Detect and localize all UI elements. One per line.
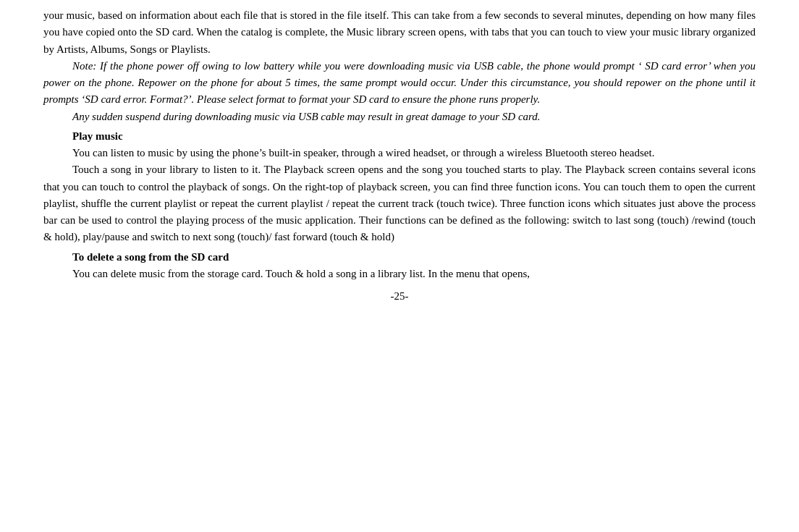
delete-heading: To delete a song from the SD card <box>43 249 756 266</box>
paragraph-1: your music, based on information about e… <box>43 7 756 58</box>
play-music-p1: You can listen to music by using the pho… <box>43 145 756 161</box>
play-music-p2: Touch a song in your library to listen t… <box>43 161 756 245</box>
note-paragraph: Note: If the phone power off owing to lo… <box>43 58 756 109</box>
delete-p1: You can delete music from the storage ca… <box>43 266 756 282</box>
page-number: -25- <box>43 288 756 305</box>
sudden-text: Any sudden suspend during downloading mu… <box>72 111 541 122</box>
sudden-paragraph: Any sudden suspend during downloading mu… <box>43 109 756 125</box>
page-content: your music, based on information about e… <box>43 7 756 305</box>
play-music-heading: Play music <box>43 128 756 145</box>
